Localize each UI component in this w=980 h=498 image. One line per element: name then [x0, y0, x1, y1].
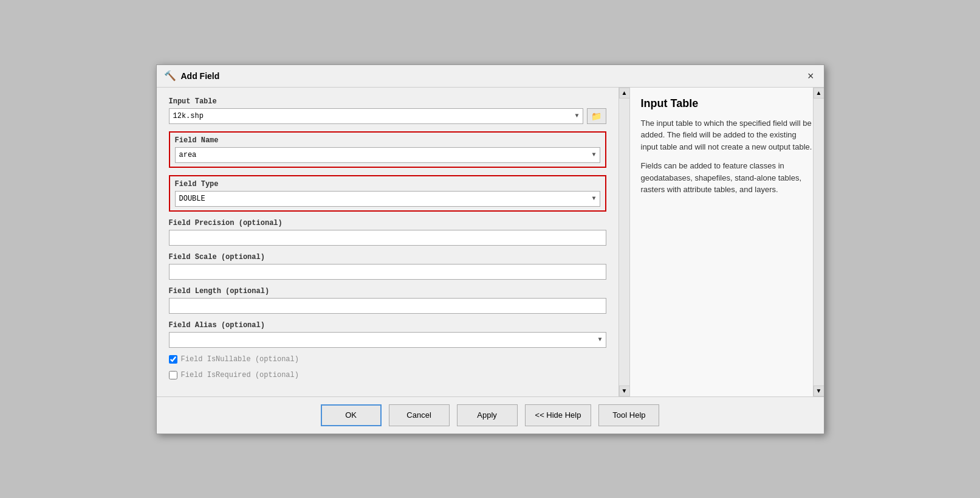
- input-table-row: 12k.shp ▼ 📁: [169, 108, 606, 124]
- add-field-dialog: 🔨 Add Field × Input Table 12k.shp ▼ �: [156, 64, 824, 434]
- field-length-input[interactable]: [169, 298, 606, 314]
- field-required-row: Field IsRequired (optional): [169, 371, 606, 379]
- help-paragraph1: The input table to which the specified f…: [641, 117, 813, 153]
- ok-button[interactable]: OK: [321, 404, 382, 426]
- field-length-group: Field Length (optional): [169, 287, 606, 314]
- field-scale-label: Field Scale (optional): [169, 253, 606, 261]
- field-alias-group: Field Alias (optional) ▼: [169, 321, 606, 348]
- title-bar: 🔨 Add Field ×: [157, 65, 824, 88]
- field-alias-select[interactable]: ▼: [169, 332, 606, 348]
- footer: OK Cancel Apply << Hide Help Tool Help: [157, 396, 824, 434]
- field-type-group: Field Type DOUBLE ▼: [169, 175, 606, 212]
- field-type-value: DOUBLE: [179, 195, 205, 203]
- input-table-select[interactable]: 12k.shp ▼: [169, 108, 583, 124]
- right-scroll-down-button[interactable]: ▼: [814, 386, 824, 396]
- hide-help-button[interactable]: << Hide Help: [525, 404, 592, 426]
- input-table-group: Input Table 12k.shp ▼ 📁: [169, 97, 606, 124]
- field-type-label: Field Type: [175, 180, 600, 188]
- left-panel-wrapper: Input Table 12k.shp ▼ 📁 Field Name: [157, 88, 629, 396]
- help-paragraph2: Fields can be added to feature classes i…: [641, 160, 813, 196]
- field-precision-label: Field Precision (optional): [169, 219, 606, 227]
- cancel-button[interactable]: Cancel: [389, 404, 450, 426]
- scroll-up-button[interactable]: ▲: [619, 88, 630, 99]
- left-scrollbar: ▲ ▼: [618, 88, 629, 396]
- chevron-down-icon4: ▼: [598, 336, 601, 343]
- right-panel: Input Table The input table to which the…: [629, 88, 824, 396]
- field-scale-group: Field Scale (optional): [169, 253, 606, 280]
- scroll-down-button[interactable]: ▼: [619, 386, 630, 396]
- scroll-track: [619, 99, 629, 386]
- field-required-label: Field IsRequired (optional): [181, 371, 299, 379]
- chevron-down-icon3: ▼: [592, 195, 595, 202]
- field-alias-label: Field Alias (optional): [169, 321, 606, 330]
- field-scale-input[interactable]: [169, 264, 606, 280]
- field-name-label: Field Name: [175, 136, 600, 145]
- field-name-group: Field Name area ▼: [169, 131, 606, 168]
- field-nullable-checkbox[interactable]: [169, 355, 177, 364]
- tool-help-button[interactable]: Tool Help: [598, 404, 659, 426]
- input-table-value: 12k.shp: [173, 112, 204, 120]
- folder-icon: 📁: [591, 111, 601, 121]
- browse-button[interactable]: 📁: [587, 108, 606, 124]
- right-scroll-track: [814, 99, 824, 386]
- help-title: Input Table: [641, 97, 813, 110]
- chevron-down-icon2: ▼: [592, 151, 595, 158]
- dialog-title: Add Field: [181, 71, 220, 81]
- title-bar-left: 🔨 Add Field: [164, 70, 220, 82]
- field-type-select[interactable]: DOUBLE ▼: [175, 191, 600, 207]
- chevron-down-icon: ▼: [575, 112, 578, 119]
- field-precision-input[interactable]: [169, 230, 606, 246]
- apply-button[interactable]: Apply: [457, 404, 518, 426]
- field-precision-group: Field Precision (optional): [169, 219, 606, 246]
- field-nullable-label: Field IsNullable (optional): [181, 355, 299, 364]
- field-name-select[interactable]: area ▼: [175, 147, 600, 163]
- field-name-value: area: [179, 151, 197, 159]
- right-scroll-up-button[interactable]: ▲: [814, 88, 824, 99]
- input-table-label: Input Table: [169, 97, 606, 106]
- dialog-body: Input Table 12k.shp ▼ 📁 Field Name: [157, 88, 824, 396]
- right-scrollbar: ▲ ▼: [813, 88, 824, 396]
- hammer-icon: 🔨: [164, 70, 176, 82]
- field-nullable-row: Field IsNullable (optional): [169, 355, 606, 364]
- close-button[interactable]: ×: [805, 71, 817, 81]
- left-panel: Input Table 12k.shp ▼ 📁 Field Name: [157, 88, 618, 396]
- field-required-checkbox[interactable]: [169, 371, 177, 379]
- field-length-label: Field Length (optional): [169, 287, 606, 296]
